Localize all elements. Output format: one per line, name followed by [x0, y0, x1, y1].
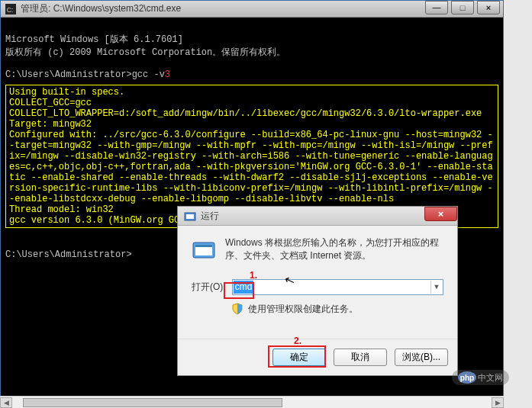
run-description: Windows 将根据您所输入的名称，为您打开相应的程序、文件夹、文档或 Int…	[225, 236, 443, 262]
php-logo-icon: php	[458, 371, 476, 384]
svg-rect-6	[195, 245, 212, 247]
close-button[interactable]: ×	[477, 1, 500, 14]
open-combobox[interactable]: cmd ▼	[232, 279, 443, 295]
scroll-right-button[interactable]: ▶	[492, 397, 504, 408]
horizontal-scrollbar[interactable]: ◀ ▶	[0, 396, 504, 408]
svg-text:C:: C:	[7, 5, 14, 13]
chevron-down-icon[interactable]: ▼	[430, 281, 442, 294]
run-title-text: 运行	[201, 210, 219, 223]
open-input[interactable]	[232, 279, 443, 295]
scroll-thumb[interactable]	[23, 398, 282, 407]
run-icon	[184, 210, 196, 222]
terminal-prompt: C:\Users\Administrator>	[5, 249, 132, 260]
run-dialog: 运行 × Windows 将根据您所输入的名称，为您打开相应的程序、文件夹、文档…	[177, 206, 458, 376]
open-input-selection: cmd	[234, 281, 254, 294]
cmd-title-text: 管理员: C:\Windows\system32\cmd.exe	[21, 2, 181, 15]
admin-privilege-text: 使用管理权限创建此任务。	[248, 303, 358, 316]
maximize-button[interactable]: □	[451, 1, 474, 14]
run-body: Windows 将根据您所输入的名称，为您打开相应的程序、文件夹、文档或 Int…	[178, 226, 457, 339]
open-label: 打开(O):	[192, 281, 226, 294]
run-hero-icon	[192, 236, 216, 261]
ok-button[interactable]: 确定	[272, 349, 326, 366]
watermark-text: 中文网	[478, 372, 503, 384]
browse-button[interactable]: 浏览(B)...	[395, 349, 448, 366]
shield-icon	[231, 303, 243, 315]
cancel-button[interactable]: 取消	[334, 349, 387, 366]
cmd-icon: C:	[5, 4, 16, 14]
terminal-line: 版权所有 (c) 2009 Microsoft Corporation。保留所有…	[5, 47, 285, 58]
run-close-button[interactable]: ×	[424, 207, 457, 221]
annotation-label-1: 1.	[250, 270, 257, 281]
svg-rect-3	[186, 214, 194, 219]
terminal-prompt: C:\Users\Administrator>gcc -v3	[5, 69, 170, 80]
watermark: php 中文网	[452, 370, 509, 385]
annotation-label-2: 2.	[294, 336, 301, 346]
dialog-button-row: 确定 取消 浏览(B)...	[178, 339, 457, 375]
window-controls: — □ ×	[425, 1, 500, 14]
minimize-button[interactable]: —	[425, 1, 448, 14]
terminal-line: Microsoft Windows [版本 6.1.7601]	[5, 34, 183, 45]
scroll-left-button[interactable]: ◀	[0, 397, 12, 408]
run-title-bar[interactable]: 运行 ×	[178, 207, 457, 226]
